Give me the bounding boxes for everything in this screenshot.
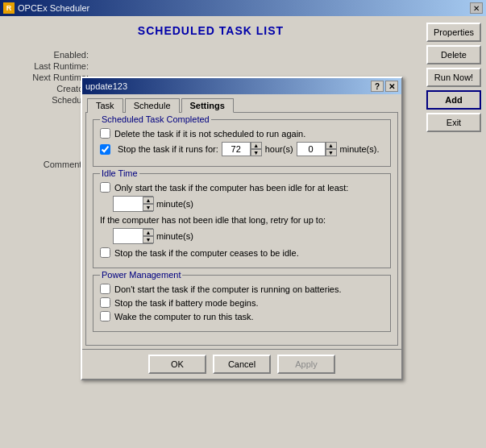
- idle-minutes-label: minute(s): [156, 199, 193, 209]
- retry-label: If the computer has not been idle that l…: [100, 215, 384, 225]
- dialog-title-bar: update123 ? ✕: [82, 78, 401, 94]
- dialog-tabs: Task Schedule Settings: [82, 94, 401, 112]
- minutes-spinner: ▲ ▼: [297, 142, 337, 156]
- tab-task[interactable]: Task: [87, 98, 123, 113]
- power-management-label: Power Management: [100, 270, 182, 280]
- enabled-value: [92, 50, 405, 60]
- battery-mode-label: Stop the task if battery mode begins.: [114, 298, 259, 308]
- scheduled-task-completed-group: Scheduled Task Completed Delete the task…: [93, 119, 391, 167]
- enabled-label: Enabled:: [16, 50, 89, 60]
- last-runtime-value: [92, 61, 405, 71]
- retry-minute-input-box: ▲ ▼: [113, 228, 153, 244]
- tab-schedule[interactable]: Schedule: [125, 98, 180, 113]
- idle-time-label: Idle Time: [100, 168, 139, 178]
- add-button[interactable]: Add: [426, 90, 481, 110]
- hours-spinner: ▲ ▼: [222, 142, 262, 156]
- idle-start-checkbox-row: Only start the task if the computer has …: [100, 182, 384, 193]
- retry-minutes-down-button[interactable]: ▼: [143, 236, 154, 243]
- run-now-button[interactable]: Run Now!: [426, 68, 481, 87]
- stop-checkbox-row: Stop the task if it runs for: ▲ ▼ hour(s…: [100, 142, 384, 156]
- retry-minutes-row: ▲ ▼ minute(s): [113, 228, 384, 244]
- idle-minutes-down-button[interactable]: ▼: [143, 204, 154, 211]
- idle-minutes-up-button[interactable]: ▲: [143, 197, 154, 204]
- exit-button[interactable]: Exit: [426, 113, 481, 132]
- stop-checkbox-label: Stop the task if it runs for:: [118, 144, 218, 154]
- power-management-group: Power Management Don't start the task if…: [93, 275, 391, 332]
- delete-checkbox[interactable]: [100, 128, 110, 139]
- comments-label: Comments:: [16, 160, 89, 169]
- last-runtime-row: Last Runtime:: [16, 61, 405, 71]
- title-bar: R OPCEx Scheduler ✕: [0, 0, 486, 16]
- hours-up-button[interactable]: ▲: [251, 142, 262, 149]
- dialog-content: Scheduled Task Completed Delete the task…: [85, 112, 398, 346]
- scheduled-task-completed-label: Scheduled Task Completed: [100, 114, 211, 124]
- app-title: OPCEx Scheduler: [18, 3, 470, 13]
- idle-start-label: Only start the task if the computer has …: [114, 183, 348, 193]
- hours-input[interactable]: [222, 142, 251, 156]
- retry-minute-spinner: ▲ ▼: [143, 229, 154, 243]
- dialog-close-button[interactable]: ✕: [385, 81, 398, 92]
- stop-checkbox[interactable]: [100, 144, 110, 155]
- last-runtime-label: Last Runtime:: [16, 61, 89, 71]
- battery-checkbox[interactable]: [100, 284, 110, 294]
- stop-idle-checkbox[interactable]: [100, 247, 110, 258]
- properties-button[interactable]: Properties: [426, 23, 481, 42]
- battery-mode-checkbox[interactable]: [100, 297, 110, 308]
- idle-start-checkbox[interactable]: [100, 182, 110, 193]
- dialog-help-button[interactable]: ?: [371, 81, 384, 92]
- schedule-label: Schedule: [16, 95, 89, 105]
- stop-idle-label: Stop the task if the computer ceases to …: [114, 248, 299, 258]
- idle-minutes-row: ▲ ▼ minute(s): [113, 196, 384, 212]
- page-title: SCHEDULED TASK LIST: [8, 24, 413, 37]
- delete-checkbox-label: Delete the task if it is not scheduled t…: [114, 129, 305, 139]
- minutes-down-button[interactable]: ▼: [326, 149, 337, 156]
- wake-checkbox-row: Wake the computer to run this task.: [100, 311, 384, 321]
- delete-checkbox-row: Delete the task if it is not scheduled t…: [100, 128, 384, 139]
- minutes-spinner-buttons: ▲ ▼: [326, 142, 337, 156]
- battery-label: Don't start the task if the computer is …: [114, 284, 342, 294]
- retry-minutes-input[interactable]: [114, 231, 143, 241]
- idle-minutes-input[interactable]: [114, 199, 143, 209]
- hours-label: hour(s): [265, 144, 293, 154]
- wake-checkbox[interactable]: [100, 311, 110, 321]
- retry-minutes-label: minute(s): [156, 231, 193, 241]
- delete-button[interactable]: Delete: [426, 45, 481, 64]
- battery-checkbox-row: Don't start the task if the computer is …: [100, 284, 384, 294]
- ok-button[interactable]: OK: [148, 355, 206, 374]
- idle-minute-spinner: ▲ ▼: [143, 197, 154, 211]
- idle-minute-input-box: ▲ ▼: [113, 196, 153, 212]
- settings-dialog: update123 ? ✕ Task Schedule Settings Sch…: [81, 77, 403, 380]
- wake-label: Wake the computer to run this task.: [114, 312, 254, 321]
- idle-time-group: Idle Time Only start the task if the com…: [93, 173, 391, 268]
- hours-down-button[interactable]: ▼: [251, 149, 262, 156]
- minutes-up-button[interactable]: ▲: [326, 142, 337, 149]
- dialog-title: update123: [85, 81, 369, 91]
- next-runtime-label: Next Runtime:: [16, 73, 89, 82]
- cancel-button[interactable]: Cancel: [213, 355, 271, 374]
- stop-idle-checkbox-row: Stop the task if the computer ceases to …: [100, 247, 384, 258]
- retry-minutes-up-button[interactable]: ▲: [143, 229, 154, 236]
- apply-button[interactable]: Apply: [277, 355, 335, 374]
- enabled-row: Enabled:: [16, 50, 405, 60]
- minutes-input[interactable]: [297, 142, 326, 156]
- minutes-label: minute(s).: [340, 144, 380, 154]
- app-icon: R: [3, 2, 15, 14]
- creator-label: Creator:: [16, 84, 89, 93]
- battery-mode-checkbox-row: Stop the task if battery mode begins.: [100, 297, 384, 308]
- tab-settings[interactable]: Settings: [181, 98, 234, 113]
- close-window-button[interactable]: ✕: [470, 2, 483, 14]
- right-sidebar: Properties Delete Run Now! Add Exit: [422, 16, 486, 448]
- dialog-bottom-buttons: OK Cancel Apply: [82, 349, 401, 379]
- hours-spinner-buttons: ▲ ▼: [251, 142, 262, 156]
